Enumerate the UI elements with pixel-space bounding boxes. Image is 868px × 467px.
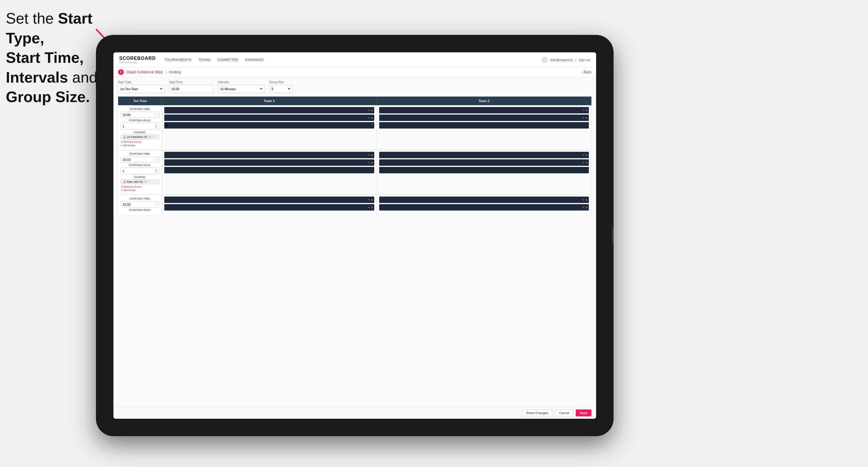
start-time-group: Start Time: [169, 81, 213, 93]
close-icon[interactable]: ✕: [583, 109, 585, 112]
instruction-line3: Intervals: [6, 69, 68, 86]
starting-time-value-1: 10:00 ⓘ: [121, 112, 160, 118]
close-icon[interactable]: ✕: [583, 161, 585, 164]
course-remove-2[interactable]: ✕: [145, 180, 147, 183]
start-type-select[interactable]: 1st Tee StartShotgun Start10th Tee Start: [118, 85, 164, 93]
player-row-3-t1-2: ✕ ⊞: [164, 204, 374, 211]
intervals-group: Intervals 5 Minutes10 Minutes15 Minutes: [218, 81, 265, 93]
tablet-device: SCOREBOARD Powered by clipp TOURNAMENTS …: [96, 35, 614, 436]
close-icon[interactable]: ✕: [368, 154, 370, 156]
edit-icon[interactable]: ⊞: [371, 206, 373, 209]
edit-icon[interactable]: ⊞: [371, 198, 373, 201]
table-row: STARTING TIME: 10:20 ⓘ STARTING HOLE: ✕ …: [118, 195, 591, 215]
close-icon[interactable]: ✕: [583, 154, 585, 156]
cancel-button[interactable]: Cancel: [555, 409, 574, 416]
close-icon[interactable]: ✕: [368, 161, 370, 164]
group-size-select[interactable]: 234: [269, 85, 292, 93]
edit-icon[interactable]: ⊞: [371, 154, 373, 156]
breadcrumb-separator: ›: [165, 70, 166, 74]
player-row-1-t1-1: ✕ ⊞: [164, 107, 374, 114]
starting-hole-label-3: STARTING HOLE:: [121, 209, 160, 211]
player-row-2-t1-1: ✕ ⊞: [164, 152, 374, 158]
course-tag-1: ⛳ (A) Peachtree GC ✕ ✎: [121, 135, 160, 139]
nav-committee[interactable]: COMMITTEE: [217, 57, 238, 63]
add-group-1[interactable]: + Add Group: [121, 144, 160, 147]
course-label-1: COURSE:: [121, 131, 160, 134]
nav-rankings[interactable]: RANKINGS: [245, 57, 264, 63]
player-row-1-t2-2: ✕ ⊞: [379, 115, 589, 121]
team2-cell-3: ✕ ⊞ ✕ ⊞: [377, 195, 591, 215]
table-row: STARTING TIME: 10:10 ⓘ STARTING HOLE: 1 …: [118, 150, 591, 194]
course-remove-1[interactable]: ✕: [149, 135, 151, 138]
nav-links: TOURNAMENTS TEAMS COMMITTEE RANKINGS: [164, 57, 542, 63]
group-size-label: Group Size: [269, 81, 292, 84]
course-name-1: (A) Peachtree GC: [127, 135, 148, 138]
close-icon[interactable]: ✕: [368, 206, 370, 209]
close-icon[interactable]: ✕: [370, 122, 374, 126]
edit-icon[interactable]: ⊞: [586, 198, 588, 201]
edit-icon[interactable]: ⊞: [371, 161, 373, 164]
close-icon[interactable]: ✕: [368, 109, 370, 112]
footer-bar: Reset Changes Cancel Save: [114, 407, 596, 419]
close-icon[interactable]: ✕: [583, 206, 585, 209]
nav-tournaments[interactable]: TOURNAMENTS: [164, 57, 191, 63]
player-row-2-t2-1: ✕ ⊞: [379, 152, 589, 158]
edit-icon[interactable]: ⊞: [371, 117, 373, 119]
starting-hole-label-1: STARTING HOLE:: [121, 119, 160, 122]
player-row-3-t2-1: ✕ ⊞: [379, 196, 589, 203]
back-button[interactable]: Back: [582, 70, 591, 74]
logo-sub: Powered by clipp: [119, 61, 156, 64]
content-area: Start Type 1st Tee StartShotgun Start10t…: [114, 77, 596, 407]
player-row-1-t1-3: ✕ ⊞: [164, 122, 374, 128]
edit-icon[interactable]: ⊞: [586, 161, 588, 164]
hole-stepper-1[interactable]: ▲▼: [155, 124, 157, 128]
settings-row: Start Type 1st Tee StartShotgun Start10t…: [118, 81, 591, 93]
instruction-line5: Group Size.: [6, 88, 90, 105]
team1-cell-1: ✕ ⊞ ✕ ⊞ ✕ ⊞: [162, 105, 377, 150]
col-tee-time: Tee Time: [118, 97, 162, 105]
group-size-group: Group Size 234: [269, 81, 292, 93]
starting-hole-value-2: 1 ▲▼: [121, 167, 160, 175]
add-group-2[interactable]: + Add Group: [121, 189, 160, 192]
edit-icon[interactable]: ⊞: [586, 117, 588, 119]
starting-time-value-2: 10:10 ⓘ: [121, 156, 160, 162]
player-row-3-t1-1: ✕ ⊞: [164, 196, 374, 203]
nav-teams[interactable]: TEAMS: [198, 57, 210, 63]
close-icon[interactable]: ✕: [583, 117, 585, 119]
save-button[interactable]: Save: [576, 409, 591, 416]
tee-cell-2: STARTING TIME: 10:10 ⓘ STARTING HOLE: 1 …: [118, 150, 162, 194]
edit-icon[interactable]: ⊞: [586, 154, 588, 156]
starting-hole-value-1: 1 ▲▼: [121, 123, 160, 130]
edit-icon[interactable]: ⊞: [371, 109, 373, 112]
remove-group-2[interactable]: ⊖ Remove Group: [121, 185, 160, 188]
tee-cell-3: STARTING TIME: 10:20 ⓘ STARTING HOLE:: [118, 195, 162, 215]
close-icon[interactable]: ✕: [368, 117, 370, 119]
reset-button[interactable]: Reset Changes: [522, 409, 553, 416]
edit-icon[interactable]: ⊞: [586, 109, 588, 112]
separator: |: [576, 58, 576, 62]
course-edit-1[interactable]: ✎: [152, 135, 155, 138]
player-row-2-t1-3: [164, 167, 374, 173]
hole-stepper-2[interactable]: ▲▼: [155, 169, 157, 173]
intervals-label: Intervals: [218, 81, 265, 84]
nav-bar: SCOREBOARD Powered by clipp TOURNAMENTS …: [114, 52, 596, 67]
edit-icon[interactable]: ⊞: [164, 122, 168, 127]
nav-user-area: blair@clipped.io | Sign out: [541, 57, 590, 63]
sign-out-link[interactable]: Sign out: [579, 58, 590, 62]
team1-cell-3: ✕ ⊞ ✕ ⊞: [162, 195, 377, 215]
instruction-block: Set the Start Type, Start Time, Interval…: [6, 9, 99, 107]
player-row-3-t2-2: ✕ ⊞: [379, 204, 589, 211]
edit-icon[interactable]: ⊞: [586, 206, 588, 209]
user-email: blair@clipped.io: [550, 58, 573, 62]
intervals-select[interactable]: 5 Minutes10 Minutes15 Minutes: [218, 85, 265, 93]
start-type-label: Start Type: [118, 81, 164, 84]
remove-group-1[interactable]: ⊖ Remove Group: [121, 141, 160, 143]
course-edit-2[interactable]: ✎: [148, 180, 150, 183]
instruction-line1: Set the: [6, 10, 58, 27]
tournament-name[interactable]: Clippd Invitational (Mar): [126, 70, 163, 74]
close-icon[interactable]: ✕: [368, 198, 370, 201]
course-name-2: East Lake GC: [127, 180, 143, 183]
team2-cell-1: ✕ ⊞ ✕ ⊞: [377, 105, 591, 150]
close-icon[interactable]: ✕: [583, 198, 585, 201]
start-time-input[interactable]: [169, 85, 213, 93]
